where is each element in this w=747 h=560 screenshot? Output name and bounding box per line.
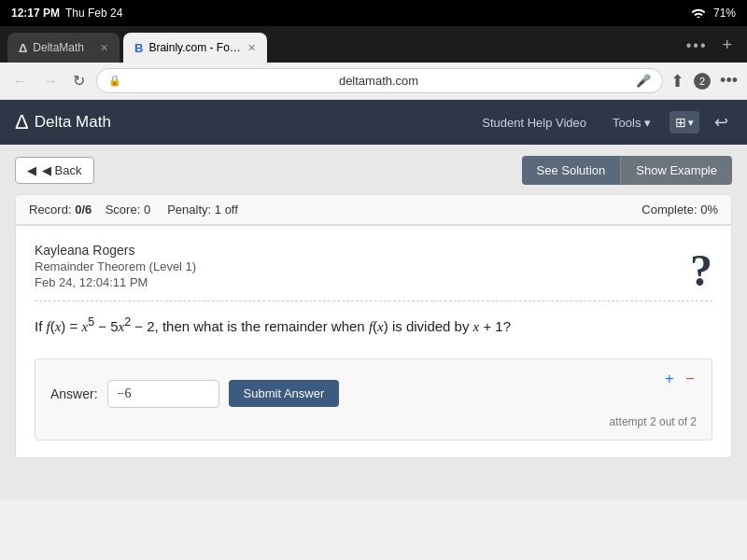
tab-close-icon[interactable]: ✕ bbox=[100, 42, 108, 54]
zoom-in-button[interactable]: + bbox=[659, 369, 680, 389]
tab-brainly-favicon: B bbox=[134, 41, 143, 55]
battery-text: 71% bbox=[713, 7, 736, 20]
microphone-icon: 🎤 bbox=[636, 74, 651, 88]
problem-card: ? Kayleana Rogers Remainder Theorem (Lev… bbox=[15, 225, 732, 458]
back-label: ◀ Back bbox=[27, 163, 82, 177]
share-icon[interactable]: ⬆ bbox=[670, 71, 684, 91]
lock-icon: 🔒 bbox=[108, 75, 121, 87]
score-label: Score: bbox=[106, 203, 141, 217]
app-name: Delta Math bbox=[35, 113, 111, 132]
problem-text: If f(x) = x5 − 5x2 − 2, then what is the… bbox=[35, 313, 712, 340]
student-help-link[interactable]: Student Help Video bbox=[474, 112, 594, 133]
action-row: ◀ ◀ Back See Solution Show Example bbox=[15, 156, 732, 185]
calc-dropdown-icon: ▾ bbox=[688, 117, 694, 129]
tab-count-badge[interactable]: 2 bbox=[694, 73, 711, 90]
url-text: deltamath.com bbox=[127, 74, 630, 88]
back-nav-button[interactable]: ← bbox=[9, 71, 32, 91]
status-time: 12:17 PM bbox=[11, 7, 60, 20]
submit-button[interactable]: Submit Answer bbox=[229, 380, 340, 407]
divider bbox=[35, 301, 712, 301]
score-value: 0 bbox=[144, 203, 150, 217]
browser-chrome: Δ DeltaMath ✕ B Brainly.com - For studen… bbox=[0, 26, 747, 63]
answer-label: Answer: bbox=[50, 386, 98, 401]
record-info: Record: 0/6 Score: 0 Penalty: 1 off bbox=[29, 203, 238, 217]
show-example-button[interactable]: Show Example bbox=[620, 156, 732, 185]
new-tab-button[interactable]: + bbox=[714, 32, 740, 59]
attempt-text: attempt 2 out of 2 bbox=[50, 415, 697, 428]
complete-info: Complete: 0% bbox=[641, 203, 718, 217]
status-date: Thu Feb 24 bbox=[65, 7, 122, 20]
help-question-icon[interactable]: ? bbox=[690, 245, 712, 296]
address-bar-row: ← → ↻ 🔒 deltamath.com 🎤 ⬆ 2 ••• bbox=[0, 63, 747, 100]
tabs-dots: ••• bbox=[679, 34, 715, 58]
answer-row: Answer: Submit Answer bbox=[50, 380, 697, 408]
problem-date: Feb 24, 12:04:11 PM bbox=[35, 275, 712, 289]
penalty-label: Penalty: bbox=[167, 203, 211, 217]
complete-value: 0% bbox=[700, 203, 718, 217]
logout-button[interactable]: ↩ bbox=[711, 108, 732, 136]
answer-input[interactable] bbox=[107, 380, 219, 408]
main-content: ◀ ◀ Back See Solution Show Example Recor… bbox=[0, 145, 747, 499]
problem-type: Remainder Theorem (Level 1) bbox=[35, 259, 712, 273]
zoom-out-button[interactable]: − bbox=[680, 369, 700, 389]
tab-favicon: Δ bbox=[19, 41, 27, 55]
wifi-icon bbox=[691, 7, 706, 21]
solution-group: See Solution Show Example bbox=[522, 156, 732, 185]
penalty-value: 1 off bbox=[215, 203, 238, 217]
tab-brainly[interactable]: B Brainly.com - For studen... ✕ bbox=[123, 33, 267, 63]
back-button[interactable]: ◀ ◀ Back bbox=[15, 157, 94, 184]
zoom-controls: + − bbox=[659, 369, 700, 389]
forward-nav-button[interactable]: → bbox=[39, 71, 62, 91]
record-value: 0/6 bbox=[75, 203, 92, 217]
status-bar: 12:17 PM Thu Feb 24 71% bbox=[0, 0, 747, 26]
record-label: Record: bbox=[29, 203, 72, 217]
calculator-icon: ⊞ bbox=[675, 115, 686, 130]
calculator-button[interactable]: ⊞ ▾ bbox=[669, 111, 699, 133]
app-logo: Δ Delta Math bbox=[15, 110, 111, 134]
record-bar: Record: 0/6 Score: 0 Penalty: 1 off Comp… bbox=[15, 194, 732, 225]
tools-menu[interactable]: Tools ▾ bbox=[605, 112, 658, 133]
answer-area: + − Answer: Submit Answer attempt 2 out … bbox=[35, 358, 712, 441]
app-header: Δ Delta Math Student Help Video Tools ▾ … bbox=[0, 100, 747, 145]
logo-delta-icon: Δ bbox=[15, 110, 29, 134]
more-options-icon[interactable]: ••• bbox=[720, 71, 738, 91]
tab-brainly-label: Brainly.com - For studen... bbox=[148, 41, 242, 54]
reload-button[interactable]: ↻ bbox=[69, 70, 89, 91]
address-bar[interactable]: 🔒 deltamath.com 🎤 bbox=[96, 68, 663, 93]
see-solution-button[interactable]: See Solution bbox=[522, 156, 621, 185]
tab-deltamath[interactable]: Δ DeltaMath ✕ bbox=[7, 33, 120, 63]
complete-label: Complete: bbox=[641, 203, 697, 217]
student-name: Kayleana Rogers bbox=[35, 243, 712, 258]
tab-brainly-close-icon[interactable]: ✕ bbox=[247, 42, 256, 54]
tab-label: DeltaMath bbox=[33, 41, 84, 54]
